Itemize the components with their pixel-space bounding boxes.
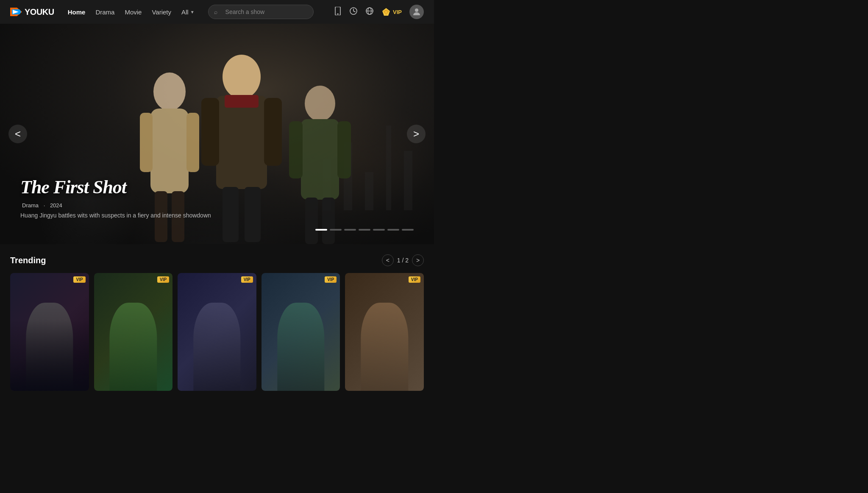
dot-1[interactable]: [315, 229, 327, 231]
trending-card-4[interactable]: VIP: [262, 273, 340, 391]
hero-banner: < > The First Shot Drama · 2024 Huang Ji…: [0, 24, 434, 244]
user-avatar[interactable]: [409, 5, 424, 19]
svg-rect-15: [140, 113, 153, 172]
youku-logo-icon: [10, 8, 22, 16]
svg-rect-27: [301, 119, 339, 200]
svg-rect-29: [337, 121, 351, 178]
hero-genre: Drama: [22, 202, 39, 209]
svg-rect-31: [322, 198, 335, 244]
svg-rect-4: [337, 14, 339, 14]
svg-rect-24: [245, 187, 261, 242]
card-person-3: [193, 303, 240, 391]
hero-next-button[interactable]: >: [407, 125, 426, 143]
mobile-icon[interactable]: [334, 7, 342, 17]
card-thumb-5: VIP: [345, 273, 424, 391]
card-thumb-2: VIP: [94, 273, 173, 391]
card-person-2: [110, 303, 157, 391]
dot-5[interactable]: [373, 229, 385, 231]
trending-section: Trending < 1 / 2 > VIP VIP: [0, 244, 434, 398]
header: YOUKU Home Drama Movie Variety All ▼ ⌕: [0, 0, 434, 24]
page-info: 1 / 2: [397, 257, 409, 264]
svg-point-13: [153, 72, 186, 111]
svg-point-19: [223, 55, 261, 99]
trending-prev-button[interactable]: <: [382, 254, 394, 266]
hero-description: Huang Jingyu battles wits with suspects …: [20, 212, 211, 219]
card-thumb-4: VIP: [262, 273, 340, 391]
nav-variety[interactable]: Variety: [152, 8, 171, 16]
card-person-4: [277, 303, 324, 391]
card-bg-5: [345, 273, 424, 391]
hero-meta: Drama · 2024: [20, 202, 211, 209]
dot-4[interactable]: [359, 229, 370, 231]
svg-point-26: [305, 86, 335, 121]
card-person-5: [361, 303, 408, 391]
card-person-1: [26, 303, 73, 391]
svg-rect-25: [225, 95, 259, 108]
vip-tag-3: VIP: [241, 276, 253, 283]
logo-text: YOUKU: [25, 7, 54, 17]
trending-card-2[interactable]: VIP: [94, 273, 173, 391]
dot-6[interactable]: [387, 229, 399, 231]
svg-rect-21: [201, 98, 219, 166]
trending-card-3[interactable]: VIP: [178, 273, 256, 391]
nav-all[interactable]: All ▼: [181, 8, 195, 16]
tower-4: [386, 125, 391, 210]
header-right: VIP: [334, 5, 424, 19]
vip-tag-1: VIP: [73, 276, 85, 283]
history-icon[interactable]: [349, 7, 358, 17]
vip-badge[interactable]: VIP: [381, 7, 402, 17]
section-title: Trending: [10, 256, 46, 265]
dot-2[interactable]: [330, 229, 342, 231]
hero-title: The First Shot: [20, 176, 211, 198]
pagination-controls: < 1 / 2 >: [382, 254, 424, 266]
svg-point-12: [415, 8, 418, 12]
hero-year: 2024: [50, 202, 62, 209]
vip-label: VIP: [393, 9, 402, 15]
svg-rect-23: [223, 187, 239, 242]
nav-home[interactable]: Home: [68, 8, 86, 16]
tower-5: [404, 151, 412, 210]
vip-tag-4: VIP: [325, 276, 337, 283]
svg-rect-30: [305, 198, 318, 244]
nav-movie[interactable]: Movie: [125, 8, 142, 16]
card-bg-1: [10, 273, 89, 391]
hero-dots: [315, 229, 414, 231]
figure-right: [280, 79, 360, 244]
svg-rect-28: [289, 121, 303, 178]
dot-7[interactable]: [402, 229, 414, 231]
svg-rect-20: [216, 96, 267, 189]
card-bg-3: [178, 273, 256, 391]
card-bg-4: [262, 273, 340, 391]
trending-cards-row: VIP VIP VIP VIP: [10, 273, 424, 391]
search-input[interactable]: [208, 5, 314, 19]
chevron-down-icon: ▼: [190, 10, 195, 14]
vip-diamond-icon: [381, 7, 391, 17]
section-header: Trending < 1 / 2 >: [10, 254, 424, 266]
svg-rect-22: [264, 98, 282, 166]
vip-tag-5: VIP: [409, 276, 420, 283]
logo[interactable]: YOUKU: [10, 7, 54, 17]
card-bg-2: [94, 273, 173, 391]
vip-tag-2: VIP: [157, 276, 169, 283]
card-thumb-1: VIP: [10, 273, 89, 391]
hero-content: The First Shot Drama · 2024 Huang Jingyu…: [20, 176, 211, 219]
search-icon: ⌕: [214, 8, 217, 15]
hero-prev-button[interactable]: <: [8, 125, 27, 143]
main-nav: Home Drama Movie Variety All ▼: [68, 8, 195, 16]
card-thumb-3: VIP: [178, 273, 256, 391]
nav-drama[interactable]: Drama: [95, 8, 114, 16]
trending-next-button[interactable]: >: [412, 254, 424, 266]
search-bar: ⌕: [208, 5, 314, 19]
dot-3[interactable]: [344, 229, 356, 231]
trending-card-5[interactable]: VIP: [345, 273, 424, 391]
trending-card-1[interactable]: VIP: [10, 273, 89, 391]
globe-icon[interactable]: [365, 7, 374, 17]
